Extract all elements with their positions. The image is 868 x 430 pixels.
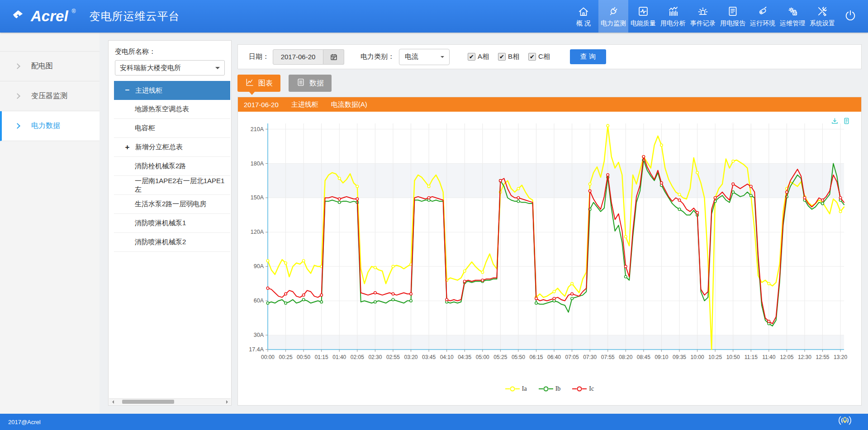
date-input[interactable]: 2017-06-20 xyxy=(273,49,323,65)
chart-title-metric: 电流数据(A) xyxy=(331,100,367,109)
scrollbar-track[interactable] xyxy=(116,399,224,405)
chevron-right-icon xyxy=(14,93,20,99)
line-chart[interactable]: 17.4A30A60A90A120A150A180A210A00:0000:25… xyxy=(241,116,856,369)
download-icon[interactable] xyxy=(831,117,839,125)
search-button[interactable]: 查 询 xyxy=(570,49,606,64)
legend-item-Ic[interactable]: Ic xyxy=(572,385,594,392)
svg-text:07:30: 07:30 xyxy=(583,354,597,360)
svg-text:12:05: 12:05 xyxy=(780,354,793,360)
chevron-down-icon xyxy=(215,67,220,71)
nav-item-2[interactable]: 电力监测 xyxy=(598,0,628,33)
svg-text:210A: 210A xyxy=(251,126,264,132)
nav-item-5[interactable]: 事件记录 xyxy=(688,0,718,33)
horizontal-scrollbar[interactable] xyxy=(109,398,231,405)
sidebar-item-2[interactable]: 变压器监测 xyxy=(0,81,100,111)
chart-title-device: 主进线柜 xyxy=(291,100,318,109)
phase-checkbox-A相[interactable]: ✔A相 xyxy=(468,52,489,61)
power-type-label: 电力类别： xyxy=(360,52,394,61)
nav-item-6[interactable]: 用电报告 xyxy=(718,0,748,33)
phase-checkbox-C相[interactable]: ✔C相 xyxy=(528,52,550,61)
tree-node-2[interactable]: 地源热泵空调总表 xyxy=(114,100,230,119)
station-label: 变电所名称： xyxy=(115,47,225,56)
tab-data[interactable]: 数据 xyxy=(289,75,332,92)
tree-node-1[interactable]: −主进线柜 xyxy=(114,81,230,100)
phase-label: B相 xyxy=(508,52,519,61)
legend-item-Ia[interactable]: Ia xyxy=(505,385,527,392)
sidebar-item-1[interactable]: 配电图 xyxy=(0,52,100,81)
legend-item-Ib[interactable]: Ib xyxy=(539,385,561,392)
tree-node-label: 一层南1APE2右一层北1APE1左 xyxy=(135,177,230,194)
nav-item-9[interactable]: 系统设置 xyxy=(807,0,837,33)
notification-bell-icon[interactable] xyxy=(837,414,853,429)
main-nav: 概 况电力监测电能质量用电分析事件记录用电报告运行环境运维管理系统设置 xyxy=(569,0,837,33)
tree-node-4[interactable]: +新增分立柜总表 xyxy=(114,138,230,157)
copyright-text: 2017@Acrel xyxy=(8,419,41,425)
chart-legend: IaIbIc xyxy=(238,385,861,392)
svg-text:08:45: 08:45 xyxy=(637,354,650,360)
power-type-value: 电流 xyxy=(405,52,418,61)
nav-item-1[interactable]: 概 况 xyxy=(569,0,598,33)
svg-text:02:55: 02:55 xyxy=(386,354,400,360)
sidebar: 配电图变压器监测电力数据 xyxy=(0,33,100,414)
svg-text:17.4A: 17.4A xyxy=(249,346,264,353)
tree-node-5[interactable]: 消防栓机械泵2路 xyxy=(114,157,230,176)
power-type-select[interactable]: 电流 xyxy=(399,49,450,65)
sidebar-item-label: 配电图 xyxy=(31,61,53,71)
svg-text:12:30: 12:30 xyxy=(798,354,811,360)
tree-node-9[interactable]: 消防喷淋机械泵2 xyxy=(114,233,230,252)
expand-plus-icon[interactable]: + xyxy=(124,143,131,152)
scroll-right-arrow[interactable] xyxy=(224,399,231,405)
logout-power-button[interactable] xyxy=(837,9,863,24)
station-select[interactable]: 安科瑞新大楼变电所 xyxy=(115,60,225,76)
phase-label: C相 xyxy=(538,52,550,61)
nav-item-label: 电能质量 xyxy=(631,19,656,28)
sidebar-item-3[interactable]: 电力数据 xyxy=(0,111,100,141)
data-view-icon[interactable] xyxy=(843,117,850,125)
nav-item-label: 用电报告 xyxy=(720,19,745,28)
phase-checkbox-B相[interactable]: ✔B相 xyxy=(498,52,519,61)
checkbox-checked-icon[interactable]: ✔ xyxy=(498,53,506,61)
nav-item-label: 运行环境 xyxy=(750,19,775,28)
chart-card: 2017-06-20 主进线柜 电流数据(A) 17.4A30A60A90A12… xyxy=(237,97,862,406)
svg-text:02:30: 02:30 xyxy=(368,354,382,360)
tree-node-label: 消防栓机械泵2路 xyxy=(135,162,186,170)
tree-node-8[interactable]: 消防喷淋机械泵1 xyxy=(114,214,230,233)
nav-item-label: 事件记录 xyxy=(690,19,716,28)
tree-node-6[interactable]: 一层南1APE2右一层北1APE1左 xyxy=(114,176,230,195)
settings-icon xyxy=(816,5,828,17)
registered-mark: ® xyxy=(72,8,76,14)
phase-label: A相 xyxy=(478,52,489,61)
sidebar-item-label: 变压器监测 xyxy=(31,91,67,101)
scrollbar-thumb[interactable] xyxy=(122,400,174,404)
calendar-button[interactable] xyxy=(323,49,344,65)
nav-item-4[interactable]: 用电分析 xyxy=(658,0,688,33)
checkbox-checked-icon[interactable]: ✔ xyxy=(528,53,536,61)
tree-node-3[interactable]: 电容柜 xyxy=(114,119,230,138)
legend-marker-icon xyxy=(539,386,553,392)
checkbox-checked-icon[interactable]: ✔ xyxy=(468,53,475,61)
svg-text:05:00: 05:00 xyxy=(476,354,489,360)
svg-text:06:40: 06:40 xyxy=(547,354,561,360)
operations-icon xyxy=(787,5,798,17)
tree-node-7[interactable]: 生活水泵2路一层弱电房 xyxy=(114,195,230,214)
svg-text:01:40: 01:40 xyxy=(332,354,346,360)
device-tree: −主进线柜地源热泵空调总表电容柜+新增分立柜总表消防栓机械泵2路一层南1APE2… xyxy=(114,81,230,252)
logo: Acrel ® xyxy=(12,7,76,25)
sidebar-item-label: 电力数据 xyxy=(31,121,60,131)
chevron-right-icon xyxy=(14,63,20,69)
calendar-icon xyxy=(330,53,338,61)
scroll-left-arrow[interactable] xyxy=(109,399,116,405)
nav-item-label: 运维管理 xyxy=(780,19,805,28)
tab-chart[interactable]: 图表 xyxy=(237,75,280,92)
report-icon xyxy=(727,5,739,17)
svg-text:01:15: 01:15 xyxy=(315,354,328,360)
nav-item-7[interactable]: 运行环境 xyxy=(748,0,778,33)
legend-label: Ic xyxy=(589,385,594,392)
nav-item-3[interactable]: 电能质量 xyxy=(628,0,658,33)
nav-item-8[interactable]: 运维管理 xyxy=(778,0,807,33)
station-select-value: 安科瑞新大楼变电所 xyxy=(120,64,181,72)
tree-node-label: 新增分立柜总表 xyxy=(135,143,183,151)
svg-text:90A: 90A xyxy=(254,263,264,269)
collapse-minus-icon[interactable]: − xyxy=(124,86,131,95)
quality-icon xyxy=(637,5,649,17)
